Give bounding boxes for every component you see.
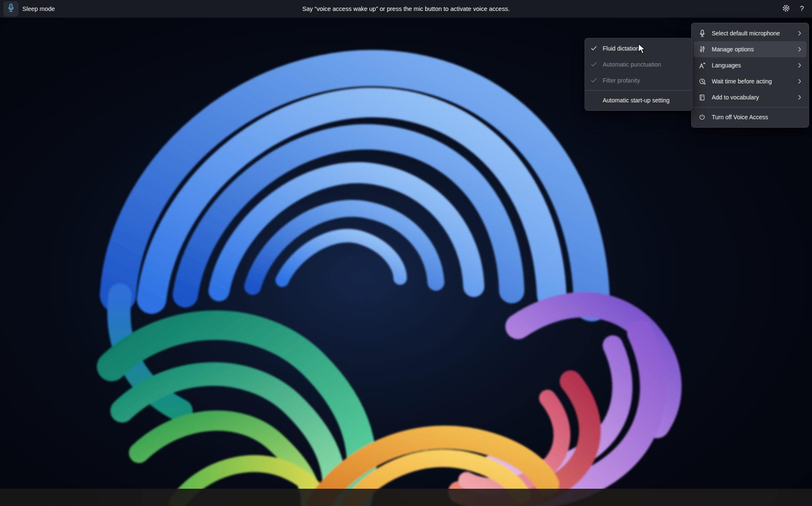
menu-item-label: Add to vocabulary (712, 94, 793, 101)
submenu-item-automatic-punctuation: Automatic punctuation (585, 56, 692, 72)
microphone-icon (7, 3, 15, 14)
voice-access-bar: Sleep mode Say “voice access wake up” or… (0, 0, 812, 18)
menu-item-label: Select default microphone (712, 30, 793, 37)
menu-item-manage-options[interactable]: Manage options (694, 41, 807, 57)
chevron-right-icon (798, 79, 802, 84)
menu-item-label: Manage options (712, 46, 793, 53)
gear-icon (782, 4, 790, 14)
voice-access-menu: Select default microphone Manage options… (691, 23, 809, 128)
chevron-right-icon (798, 31, 802, 36)
clock-icon (698, 77, 706, 86)
voice-access-status: Sleep mode (22, 0, 55, 18)
power-icon (698, 113, 706, 121)
checkmark-icon (591, 46, 598, 51)
taskbar: 71°F Sunny Search M365 (0, 489, 812, 506)
voice-access-help-button[interactable]: ? (798, 5, 806, 13)
menu-item-wait-time-before-acting[interactable]: Wait time before acting (694, 73, 807, 89)
menu-item-label: Turn off Voice Access (712, 114, 802, 120)
voice-access-mic-button[interactable] (3, 1, 19, 16)
menu-item-turn-off-voice-access[interactable]: Turn off Voice Access (694, 109, 807, 125)
chevron-right-icon (798, 47, 802, 52)
checkmark-icon (591, 78, 598, 83)
submenu-item-filter-profanity: Filter profanity (585, 72, 692, 88)
submenu-item-label: Automatic punctuation (603, 61, 686, 68)
menu-item-label: Languages (712, 62, 793, 69)
check-placeholder (591, 97, 598, 103)
microphone-icon (698, 29, 706, 37)
mouse-cursor (637, 43, 646, 54)
submenu-item-automatic-start-up-setting[interactable]: Automatic start-up setting (585, 92, 692, 108)
submenu-item-label: Automatic start-up setting (603, 97, 686, 104)
menu-item-label: Wait time before acting (712, 78, 793, 85)
menu-item-languages[interactable]: Languages (694, 57, 807, 73)
menu-item-add-to-vocabulary[interactable]: Add to vocabulary (694, 89, 807, 105)
sliders-icon (698, 45, 706, 54)
voice-access-message: Say “voice access wake up” or press the … (302, 0, 510, 18)
menu-separator (692, 107, 808, 107)
menu-separator (585, 90, 692, 91)
language-icon (698, 61, 706, 70)
chevron-right-icon (798, 95, 802, 100)
menu-item-select-default-microphone[interactable]: Select default microphone (694, 25, 807, 41)
submenu-item-label: Filter profanity (603, 77, 686, 84)
checkmark-icon (591, 62, 598, 67)
chevron-right-icon (798, 63, 802, 68)
book-icon (698, 93, 706, 102)
voice-access-settings-button[interactable] (782, 5, 790, 13)
help-icon: ? (800, 5, 804, 13)
